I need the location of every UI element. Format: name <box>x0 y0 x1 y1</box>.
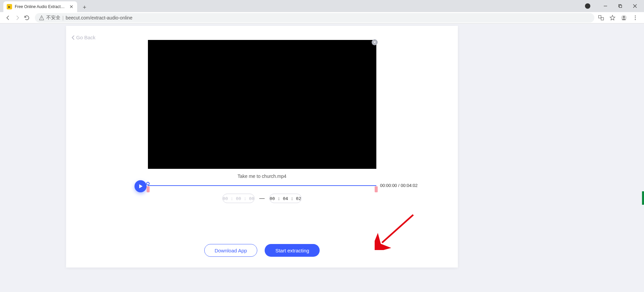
scrollbar-thumb[interactable] <box>642 191 644 205</box>
close-window-button[interactable] <box>629 1 641 11</box>
menu-icon[interactable] <box>632 14 639 21</box>
profile-icon[interactable] <box>621 14 627 21</box>
svg-rect-8 <box>601 17 604 20</box>
bookmark-icon[interactable] <box>609 14 616 21</box>
new-tab-button[interactable]: + <box>80 3 89 12</box>
main-card: Go Back ✕ Take me to church.mp4 00:00:00… <box>66 26 458 267</box>
svg-rect-2 <box>620 5 622 8</box>
svg-point-11 <box>635 15 636 16</box>
back-button[interactable] <box>3 13 13 22</box>
trim-start-handle[interactable] <box>147 186 150 192</box>
minimize-button[interactable] <box>599 1 612 11</box>
security-warning: 不安全 <box>46 15 60 21</box>
svg-point-13 <box>635 19 636 20</box>
url-text: beecut.com/extract-audio-online <box>66 15 132 20</box>
svg-rect-7 <box>599 15 601 18</box>
maximize-button[interactable] <box>614 1 627 11</box>
tab-title: Free Online Audio Extractor - l <box>15 4 66 9</box>
go-back-label: Go Back <box>76 35 96 40</box>
trim-end-handle[interactable] <box>375 186 378 192</box>
translate-icon[interactable] <box>598 14 604 21</box>
close-video-button[interactable]: ✕ <box>372 39 378 45</box>
timeline-slider[interactable] <box>148 185 376 186</box>
svg-line-14 <box>382 215 413 243</box>
not-secure-icon <box>39 15 44 20</box>
forward-button[interactable] <box>13 13 22 22</box>
browser-tab[interactable]: ▶ Free Online Audio Extractor - l ✕ <box>3 1 77 12</box>
close-tab-icon[interactable]: ✕ <box>69 4 74 9</box>
svg-point-10 <box>623 16 625 18</box>
reload-button[interactable] <box>22 13 32 22</box>
time-display: 00:00:00 / 00:04:02 <box>380 183 418 188</box>
svg-point-6 <box>41 19 42 19</box>
play-button[interactable] <box>135 180 147 192</box>
download-app-button[interactable]: Download App <box>204 244 258 257</box>
play-icon <box>139 184 143 188</box>
extension-icon[interactable] <box>585 3 590 9</box>
start-time-input[interactable]: 00 : 00 : 00 <box>222 194 255 203</box>
svg-point-12 <box>635 17 636 18</box>
time-separator: — <box>259 195 265 201</box>
tab-favicon-icon: ▶ <box>7 4 12 9</box>
timeline-playhead[interactable] <box>146 182 150 185</box>
video-preview[interactable] <box>148 40 376 169</box>
go-back-button[interactable]: Go Back <box>71 35 96 40</box>
start-extracting-button[interactable]: Start extracting <box>265 244 320 257</box>
end-time-input[interactable]: 00 : 04 : 02 <box>269 194 302 203</box>
chevron-left-icon <box>71 35 75 40</box>
address-bar[interactable]: 不安全 | beecut.com/extract-audio-online <box>35 13 594 22</box>
filename-label: Take me to church.mp4 <box>66 174 458 179</box>
